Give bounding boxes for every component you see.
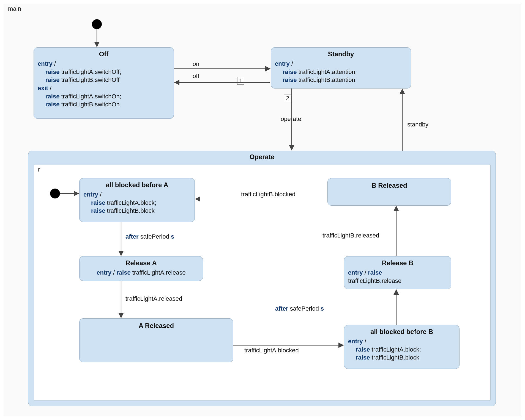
state-off-body: entry / raise trafficLightA.switchOff; r…	[38, 60, 170, 109]
state-release-b-title: Release B	[348, 259, 447, 267]
region-main-label: main	[8, 5, 21, 12]
initial-main	[92, 19, 102, 29]
state-release-b[interactable]: Release B entry / raise trafficLightB.re…	[344, 256, 451, 289]
statechart-canvas: main Off entry / raise trafficLightA.swi…	[0, 0, 525, 420]
state-standby-title: Standby	[275, 50, 407, 58]
state-off[interactable]: Off entry / raise trafficLightA.switchOf…	[34, 47, 174, 119]
state-standby[interactable]: Standby entry / raise trafficLightA.atte…	[271, 47, 411, 89]
trans-tlb-blocked: trafficLightB.blocked	[241, 191, 296, 198]
state-a-released[interactable]: A Released	[79, 318, 233, 362]
state-abba-title: all blocked before A	[83, 181, 191, 189]
region-r-label: r	[38, 166, 40, 173]
trans-tla-released: trafficLightA.released	[125, 295, 182, 302]
prio-2: 2	[284, 95, 291, 102]
state-release-a[interactable]: Release A entry / raise trafficLightA.re…	[79, 256, 203, 281]
prio-1: 1	[237, 77, 244, 85]
state-abbb-title: all blocked before B	[348, 328, 455, 336]
trans-operate-label: operate	[281, 115, 301, 123]
state-off-title: Off	[38, 50, 170, 58]
state-standby-body: entry / raise trafficLightA.attention; r…	[275, 60, 407, 84]
state-b-released[interactable]: B Released	[327, 178, 451, 206]
state-operate-title: Operate	[28, 151, 496, 163]
state-b-released-title: B Released	[371, 182, 407, 189]
trans-tlb-released: trafficLightB.released	[322, 232, 379, 239]
state-release-a-title: Release A	[83, 259, 199, 267]
state-all-blocked-before-b[interactable]: all blocked before B entry / raise traff…	[344, 325, 460, 369]
trans-after-safeperiod-a: after safePeriod s	[125, 233, 174, 240]
trans-tla-blocked: trafficLightA.blocked	[244, 347, 299, 354]
trans-standby-label: standby	[407, 121, 428, 128]
initial-r	[50, 189, 60, 198]
trans-on-label: on	[193, 60, 199, 68]
state-a-released-title: A Released	[139, 322, 174, 330]
trans-after-safeperiod-b: after safePeriod s	[275, 305, 324, 312]
trans-off-label: off	[193, 73, 199, 80]
state-all-blocked-before-a[interactable]: all blocked before A entry / raise traff…	[79, 178, 195, 222]
